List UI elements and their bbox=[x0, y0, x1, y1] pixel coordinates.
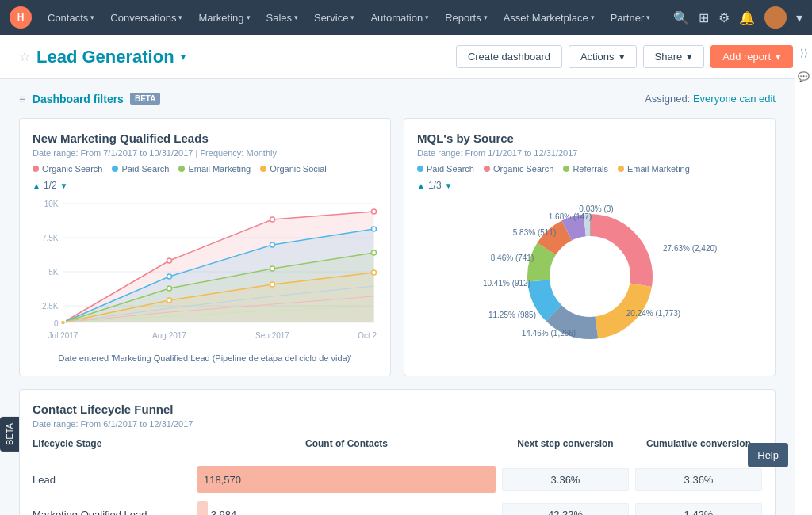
add-report-button[interactable]: Add report ▾ bbox=[710, 45, 793, 68]
nav-contacts[interactable]: Contacts ▾ bbox=[41, 9, 101, 27]
nav-asset-marketplace[interactable]: Asset Marketplace ▾ bbox=[497, 9, 601, 27]
funnel-cumulative-mql: 1.42% bbox=[635, 503, 762, 516]
legend-organic-search: Organic Search bbox=[33, 164, 102, 174]
legend-email-marketing: Email Marketing bbox=[178, 164, 251, 174]
svg-point-27 bbox=[372, 270, 377, 275]
svg-text:2.5K: 2.5K bbox=[42, 302, 59, 311]
legend2-dot-paid-search bbox=[417, 166, 423, 172]
legend-dot-organic-social bbox=[260, 166, 266, 172]
svg-text:Oct 2017: Oct 2017 bbox=[358, 331, 377, 340]
svg-point-13 bbox=[167, 258, 172, 263]
collapse-sidebar-icon[interactable]: ⟩⟩ bbox=[800, 48, 808, 59]
svg-point-1 bbox=[768, 21, 783, 29]
contact-lifecycle-funnel-card: Contact Lifecycle Funnel Date range: Fro… bbox=[19, 389, 776, 515]
svg-text:1.68% (147): 1.68% (147) bbox=[548, 212, 591, 221]
funnel-bar-lead: 118,570 bbox=[197, 466, 496, 493]
chart1-legend: Organic Search Paid Search Email Marketi… bbox=[33, 164, 377, 174]
chart2-next-icon[interactable]: ▼ bbox=[445, 181, 453, 190]
legend-paid-search: Paid Search bbox=[112, 164, 169, 174]
hubspot-logo[interactable]: H bbox=[10, 6, 32, 29]
mqls-by-source-chart-card: MQL's by Source Date range: From 1/1/201… bbox=[404, 118, 776, 376]
chevron-down-icon: ▾ bbox=[90, 13, 94, 21]
svg-text:10K: 10K bbox=[44, 200, 59, 208]
line-chart-svg: 10K 7.5K 5K 2.5K 0 bbox=[33, 197, 377, 348]
grid-icon[interactable]: ⊞ bbox=[699, 10, 709, 25]
favorite-star-icon[interactable]: ☆ bbox=[19, 49, 30, 64]
dashboard-filters-label[interactable]: Dashboard filters bbox=[33, 93, 124, 105]
nav-service[interactable]: Service ▾ bbox=[308, 9, 361, 27]
svg-text:20.24% (1,773): 20.24% (1,773) bbox=[626, 309, 680, 318]
share-button[interactable]: Share ▾ bbox=[643, 45, 705, 68]
legend-organic-social: Organic Social bbox=[260, 164, 327, 174]
svg-point-41 bbox=[558, 245, 622, 308]
chevron-down-icon: ▾ bbox=[591, 13, 595, 21]
svg-text:5.83% (511): 5.83% (511) bbox=[512, 228, 555, 237]
next-arrow-icon[interactable]: ▼ bbox=[60, 181, 68, 190]
create-dashboard-button[interactable]: Create dashboard bbox=[456, 45, 562, 68]
legend2-dot-email-marketing bbox=[618, 166, 624, 172]
chart1-bottom-label: Date entered 'Marketing Qualified Lead (… bbox=[33, 353, 377, 363]
chevron-down-icon: ▾ bbox=[178, 13, 182, 21]
svg-point-17 bbox=[167, 274, 172, 279]
funnel-header-cumulative: Cumulative conversion bbox=[635, 438, 762, 449]
chart2-prev-icon[interactable]: ▲ bbox=[417, 181, 425, 190]
nav-sales[interactable]: Sales ▾ bbox=[260, 9, 305, 27]
page-header: ☆ Lead Generation ▾ Create dashboard Act… bbox=[0, 35, 812, 79]
actions-button[interactable]: Actions ▾ bbox=[569, 45, 637, 68]
funnel-header-count: Count of Contacts bbox=[197, 438, 496, 449]
prev-arrow-icon[interactable]: ▲ bbox=[33, 181, 40, 190]
svg-text:10.41% (912): 10.41% (912) bbox=[482, 279, 530, 288]
title-dropdown-icon[interactable]: ▾ bbox=[181, 52, 186, 63]
user-avatar[interactable] bbox=[764, 6, 787, 29]
funnel-bar-cell-lead: 118,570 bbox=[197, 466, 496, 493]
beta-badge: BETA bbox=[130, 93, 160, 105]
funnel-row-lead: Lead 118,570 3.36% 3.36% bbox=[33, 466, 762, 493]
svg-point-18 bbox=[270, 242, 275, 247]
legend2-organic-search: Organic Search bbox=[484, 164, 553, 174]
chevron-down-icon: ▾ bbox=[350, 13, 354, 21]
chart2-pagination: ▲ 1/3 ▼ bbox=[417, 180, 762, 191]
svg-point-19 bbox=[372, 227, 377, 231]
charts-grid: New Marketing Qualified Leads Date range… bbox=[19, 118, 776, 376]
notifications-icon[interactable]: 🔔 bbox=[739, 10, 755, 25]
search-icon[interactable]: 🔍 bbox=[673, 10, 689, 25]
svg-point-14 bbox=[270, 217, 275, 222]
chart2-legend: Paid Search Organic Search Referrals Ema… bbox=[417, 164, 762, 174]
donut-chart-svg: 27.63% (2,420) 20.24% (1,773) 14.46% (1,… bbox=[463, 197, 717, 356]
nav-marketing[interactable]: Marketing ▾ bbox=[192, 9, 256, 27]
funnel-stage-mql: Marketing Qualified Lead bbox=[33, 509, 191, 516]
filters-bar: ≡ Dashboard filters BETA Assigned: Every… bbox=[19, 92, 776, 105]
nav-partner[interactable]: Partner ▾ bbox=[604, 9, 657, 27]
filter-lines-icon: ≡ bbox=[19, 92, 26, 105]
funnel-header-next-step: Next step conversion bbox=[502, 438, 629, 449]
new-mqls-chart-card: New Marketing Qualified Leads Date range… bbox=[19, 118, 391, 376]
svg-point-22 bbox=[270, 266, 275, 271]
beta-side-button[interactable]: BETA bbox=[0, 417, 19, 452]
legend-dot-paid-search bbox=[112, 166, 118, 172]
chart1-title: New Marketing Qualified Leads bbox=[33, 132, 377, 145]
legend2-referrals: Referrals bbox=[563, 164, 608, 174]
sidebar-panel: ⟩⟩ 💬 bbox=[795, 35, 812, 515]
legend2-dot-referrals bbox=[563, 166, 569, 172]
funnel-bar-cell-mql: 3,984 bbox=[197, 501, 496, 515]
chevron-down-icon: ▾ bbox=[247, 13, 251, 21]
nav-reports[interactable]: Reports ▾ bbox=[439, 9, 494, 27]
svg-text:8.46% (741): 8.46% (741) bbox=[490, 254, 533, 262]
svg-text:27.63% (2,420): 27.63% (2,420) bbox=[663, 244, 717, 253]
funnel-bar-mql bbox=[197, 501, 208, 515]
nav-automation[interactable]: Automation ▾ bbox=[364, 9, 435, 27]
account-chevron-icon[interactable]: ▾ bbox=[796, 10, 802, 25]
settings-icon[interactable]: ⚙ bbox=[718, 10, 730, 25]
comment-icon[interactable]: 💬 bbox=[798, 71, 810, 82]
chart2-subtitle: Date range: From 1/1/2017 to 12/31/2017 bbox=[417, 148, 762, 158]
share-chevron-icon: ▾ bbox=[687, 51, 692, 63]
nav-conversations[interactable]: Conversations ▾ bbox=[104, 9, 189, 27]
svg-point-0 bbox=[771, 10, 780, 20]
actions-chevron-icon: ▾ bbox=[619, 51, 625, 63]
svg-point-25 bbox=[167, 298, 172, 303]
funnel-subtitle: Date range: From 6/1/2017 to 12/31/2017 bbox=[33, 419, 762, 429]
help-button[interactable]: Help bbox=[748, 443, 788, 467]
svg-point-21 bbox=[167, 286, 172, 291]
assigned-value[interactable]: Everyone can edit bbox=[693, 93, 776, 105]
funnel-header-stage: Lifecycle Stage bbox=[33, 438, 191, 449]
